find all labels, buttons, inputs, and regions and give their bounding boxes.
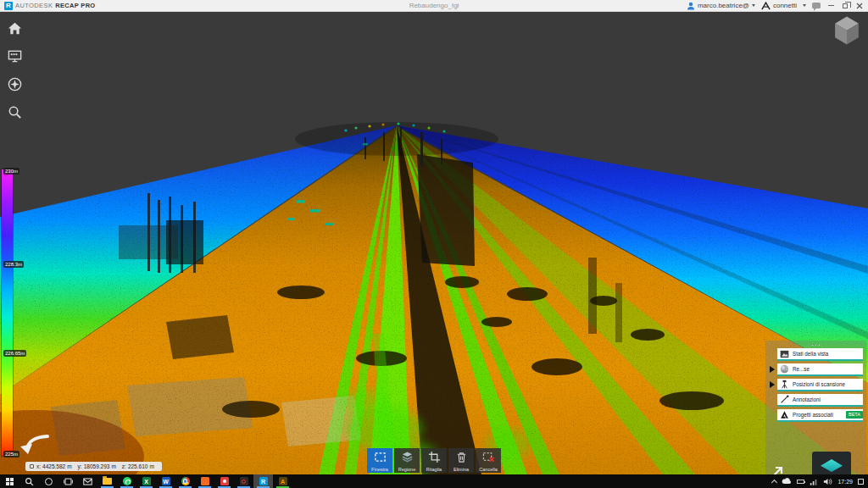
autocad-icon: A bbox=[279, 477, 287, 485]
layers-panel: Stati della vista Re...se Posizioni di s… bbox=[765, 341, 866, 474]
task-view-button[interactable] bbox=[58, 474, 78, 488]
delete-button[interactable]: Elimina bbox=[448, 448, 474, 473]
show-hidden-icons-chevron[interactable] bbox=[771, 479, 777, 485]
minimize-icon bbox=[828, 5, 834, 7]
brand-label: AUTODESK bbox=[15, 2, 53, 9]
recap-app-window: Rebaudengo_tgl R AUTODESK RECAP PRO marc… bbox=[0, 0, 868, 488]
scale-upper-mid-label: 228.3m bbox=[3, 261, 24, 268]
orange-app-button[interactable] bbox=[195, 474, 214, 488]
elevation-color-scale[interactable]: 230m 228.3m 226.65m 225m bbox=[2, 169, 13, 456]
layers-icon bbox=[401, 451, 414, 463]
tool-label: Cancella bbox=[479, 467, 497, 472]
user-avatar-icon bbox=[687, 2, 695, 10]
recap-logo-icon: R bbox=[4, 2, 13, 10]
cortana-button[interactable] bbox=[39, 474, 58, 488]
scale-lower-mid-label: 226.65m bbox=[3, 350, 26, 357]
scale-max-label: 230m bbox=[3, 168, 19, 175]
z-value: 225.610 bbox=[128, 463, 148, 469]
autocad-button[interactable]: A bbox=[273, 474, 292, 488]
minimize-button[interactable] bbox=[826, 2, 835, 10]
recap-taskbar-button[interactable]: R bbox=[253, 474, 273, 488]
region-sphere-icon bbox=[780, 364, 789, 374]
home-button[interactable] bbox=[5, 19, 24, 37]
close-icon bbox=[856, 3, 863, 9]
crop-button[interactable]: Ritaglia bbox=[421, 448, 447, 473]
region-select-button[interactable]: Regione bbox=[394, 448, 420, 473]
user-name: marco.beatrice@ bbox=[698, 2, 749, 9]
panel-item-regions[interactable]: Re...se bbox=[777, 363, 863, 376]
windows-taskbar: X W R A bbox=[0, 474, 868, 488]
red-app-button[interactable] bbox=[214, 474, 234, 488]
panel-item-label: Stati della vista bbox=[793, 351, 828, 357]
selection-window-icon bbox=[374, 451, 387, 463]
user-menu[interactable]: marco.beatrice@ bbox=[687, 2, 755, 10]
tool-label: Finestra bbox=[371, 467, 388, 472]
expand-triangle-icon[interactable] bbox=[770, 366, 775, 373]
start-button[interactable] bbox=[0, 474, 19, 488]
view-states-icon bbox=[780, 350, 789, 358]
x-label: x: bbox=[36, 463, 41, 469]
connect-menu[interactable]: connetti bbox=[761, 2, 797, 10]
beta-badge: BETA bbox=[846, 411, 863, 419]
close-button[interactable] bbox=[855, 2, 864, 10]
search-button[interactable] bbox=[5, 103, 24, 121]
selection-toolbar: Finestra Regione Ritaglia bbox=[367, 448, 501, 473]
panel-item-linked-projects[interactable]: Progetti associati BETA bbox=[777, 409, 863, 422]
clear-selection-button[interactable]: Cancella bbox=[476, 448, 501, 473]
panel-item-annotations[interactable]: Annotazioni bbox=[777, 394, 863, 407]
y-label: y: bbox=[78, 463, 82, 469]
feedback-bubble-icon[interactable] bbox=[812, 3, 821, 8]
restore-icon bbox=[843, 3, 848, 8]
acrobat-button[interactable] bbox=[234, 474, 253, 488]
undo-arrow-icon[interactable] bbox=[19, 430, 51, 456]
panel-item-label: Posizioni di scansione bbox=[793, 381, 845, 387]
point-cloud-scene bbox=[0, 12, 868, 474]
windows-logo-icon bbox=[6, 478, 14, 485]
word-button[interactable]: W bbox=[156, 474, 175, 488]
mail-icon bbox=[83, 478, 92, 485]
app-logo: R AUTODESK RECAP PRO bbox=[0, 2, 95, 10]
scale-min-label: 225m bbox=[3, 451, 19, 458]
panel-item-scan-positions[interactable]: Posizioni di scansione bbox=[777, 379, 863, 391]
action-center-icon[interactable] bbox=[858, 479, 864, 485]
clear-selection-icon bbox=[482, 451, 495, 463]
display-button[interactable] bbox=[5, 47, 24, 65]
panel-drag-handle-icon[interactable] bbox=[768, 342, 864, 348]
chevron-down-icon bbox=[752, 4, 755, 7]
autodesk-a-icon bbox=[761, 2, 771, 10]
expand-panel-arrow-icon[interactable] bbox=[770, 464, 785, 474]
scan-position-icon bbox=[780, 380, 789, 389]
file-explorer-button[interactable] bbox=[97, 474, 117, 488]
cortana-icon bbox=[45, 478, 53, 485]
annotation-icon bbox=[780, 395, 789, 404]
restore-button[interactable] bbox=[841, 2, 849, 10]
volume-icon[interactable] bbox=[823, 478, 832, 485]
mail-app-button[interactable] bbox=[78, 474, 97, 488]
onedrive-cloud-icon[interactable] bbox=[782, 478, 792, 485]
search-icon bbox=[7, 104, 23, 120]
network-icon[interactable] bbox=[810, 478, 818, 485]
viewport-3d[interactable]: 230m 228.3m 226.65m 225m x: 4425.582 m bbox=[0, 12, 868, 474]
whatsapp-icon bbox=[123, 477, 131, 485]
task-view-icon bbox=[64, 477, 73, 486]
chrome-icon bbox=[181, 477, 190, 485]
clock[interactable]: 17:29 bbox=[837, 479, 853, 485]
acrobat-icon bbox=[240, 477, 248, 485]
trash-icon bbox=[455, 451, 468, 463]
x-value: 4425.582 bbox=[42, 463, 65, 469]
taskbar-search-button[interactable] bbox=[19, 474, 39, 488]
orbit-button[interactable] bbox=[5, 75, 24, 93]
expand-triangle-icon[interactable] bbox=[770, 381, 775, 388]
tool-label: Elimina bbox=[453, 467, 469, 472]
stack-widget-button[interactable] bbox=[812, 452, 851, 474]
connect-chevron-icon[interactable] bbox=[803, 4, 806, 7]
window-select-button[interactable]: Finestra bbox=[367, 448, 392, 473]
view-cube[interactable] bbox=[832, 15, 861, 46]
excel-button[interactable]: X bbox=[136, 474, 156, 488]
battery-icon[interactable] bbox=[797, 480, 804, 484]
titlebar: Rebaudengo_tgl R AUTODESK RECAP PRO marc… bbox=[0, 0, 868, 12]
panel-item-view-states[interactable]: Stati della vista bbox=[777, 348, 863, 361]
excel-icon: X bbox=[142, 477, 151, 485]
chrome-button[interactable] bbox=[175, 474, 195, 488]
whatsapp-button[interactable] bbox=[117, 474, 136, 488]
